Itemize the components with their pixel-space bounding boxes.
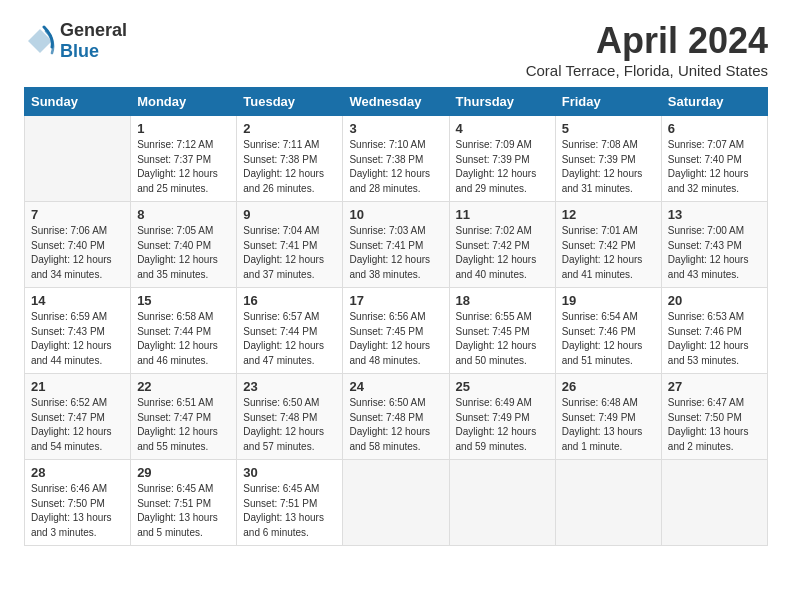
calendar: SundayMondayTuesdayWednesdayThursdayFrid… <box>24 87 768 546</box>
day-number: 11 <box>456 207 549 222</box>
day-number: 1 <box>137 121 230 136</box>
day-info: Sunrise: 6:48 AM Sunset: 7:49 PM Dayligh… <box>562 396 655 454</box>
calendar-cell: 28Sunrise: 6:46 AM Sunset: 7:50 PM Dayli… <box>25 460 131 546</box>
calendar-cell: 20Sunrise: 6:53 AM Sunset: 7:46 PM Dayli… <box>661 288 767 374</box>
day-number: 10 <box>349 207 442 222</box>
day-info: Sunrise: 6:55 AM Sunset: 7:45 PM Dayligh… <box>456 310 549 368</box>
calendar-cell: 23Sunrise: 6:50 AM Sunset: 7:48 PM Dayli… <box>237 374 343 460</box>
day-number: 25 <box>456 379 549 394</box>
calendar-cell: 18Sunrise: 6:55 AM Sunset: 7:45 PM Dayli… <box>449 288 555 374</box>
calendar-day-header-wednesday: Wednesday <box>343 88 449 116</box>
day-info: Sunrise: 6:52 AM Sunset: 7:47 PM Dayligh… <box>31 396 124 454</box>
day-number: 26 <box>562 379 655 394</box>
calendar-cell: 7Sunrise: 7:06 AM Sunset: 7:40 PM Daylig… <box>25 202 131 288</box>
calendar-cell: 13Sunrise: 7:00 AM Sunset: 7:43 PM Dayli… <box>661 202 767 288</box>
day-number: 23 <box>243 379 336 394</box>
calendar-cell <box>449 460 555 546</box>
calendar-cell: 25Sunrise: 6:49 AM Sunset: 7:49 PM Dayli… <box>449 374 555 460</box>
day-number: 16 <box>243 293 336 308</box>
calendar-cell: 29Sunrise: 6:45 AM Sunset: 7:51 PM Dayli… <box>131 460 237 546</box>
day-info: Sunrise: 6:56 AM Sunset: 7:45 PM Dayligh… <box>349 310 442 368</box>
day-info: Sunrise: 7:12 AM Sunset: 7:37 PM Dayligh… <box>137 138 230 196</box>
day-number: 17 <box>349 293 442 308</box>
header: General Blue April 2024 Coral Terrace, F… <box>24 20 768 79</box>
calendar-cell <box>25 116 131 202</box>
day-number: 22 <box>137 379 230 394</box>
calendar-cell: 26Sunrise: 6:48 AM Sunset: 7:49 PM Dayli… <box>555 374 661 460</box>
day-info: Sunrise: 7:10 AM Sunset: 7:38 PM Dayligh… <box>349 138 442 196</box>
calendar-week-row: 21Sunrise: 6:52 AM Sunset: 7:47 PM Dayli… <box>25 374 768 460</box>
calendar-week-row: 14Sunrise: 6:59 AM Sunset: 7:43 PM Dayli… <box>25 288 768 374</box>
calendar-cell: 27Sunrise: 6:47 AM Sunset: 7:50 PM Dayli… <box>661 374 767 460</box>
day-number: 15 <box>137 293 230 308</box>
day-info: Sunrise: 6:54 AM Sunset: 7:46 PM Dayligh… <box>562 310 655 368</box>
day-number: 14 <box>31 293 124 308</box>
logo-icon <box>24 25 56 57</box>
calendar-day-header-sunday: Sunday <box>25 88 131 116</box>
calendar-cell: 22Sunrise: 6:51 AM Sunset: 7:47 PM Dayli… <box>131 374 237 460</box>
day-info: Sunrise: 7:02 AM Sunset: 7:42 PM Dayligh… <box>456 224 549 282</box>
day-number: 5 <box>562 121 655 136</box>
day-info: Sunrise: 6:45 AM Sunset: 7:51 PM Dayligh… <box>137 482 230 540</box>
calendar-day-header-tuesday: Tuesday <box>237 88 343 116</box>
day-info: Sunrise: 6:53 AM Sunset: 7:46 PM Dayligh… <box>668 310 761 368</box>
day-number: 24 <box>349 379 442 394</box>
day-info: Sunrise: 6:50 AM Sunset: 7:48 PM Dayligh… <box>243 396 336 454</box>
day-info: Sunrise: 6:57 AM Sunset: 7:44 PM Dayligh… <box>243 310 336 368</box>
day-info: Sunrise: 6:46 AM Sunset: 7:50 PM Dayligh… <box>31 482 124 540</box>
day-info: Sunrise: 7:00 AM Sunset: 7:43 PM Dayligh… <box>668 224 761 282</box>
day-info: Sunrise: 6:50 AM Sunset: 7:48 PM Dayligh… <box>349 396 442 454</box>
calendar-cell: 1Sunrise: 7:12 AM Sunset: 7:37 PM Daylig… <box>131 116 237 202</box>
logo-general: General <box>60 20 127 40</box>
logo: General Blue <box>24 20 127 62</box>
calendar-day-header-friday: Friday <box>555 88 661 116</box>
day-number: 7 <box>31 207 124 222</box>
calendar-cell <box>343 460 449 546</box>
day-number: 6 <box>668 121 761 136</box>
calendar-week-row: 1Sunrise: 7:12 AM Sunset: 7:37 PM Daylig… <box>25 116 768 202</box>
calendar-cell <box>555 460 661 546</box>
calendar-cell: 11Sunrise: 7:02 AM Sunset: 7:42 PM Dayli… <box>449 202 555 288</box>
title-area: April 2024 Coral Terrace, Florida, Unite… <box>526 20 768 79</box>
day-info: Sunrise: 7:09 AM Sunset: 7:39 PM Dayligh… <box>456 138 549 196</box>
day-number: 27 <box>668 379 761 394</box>
calendar-day-header-saturday: Saturday <box>661 88 767 116</box>
subtitle: Coral Terrace, Florida, United States <box>526 62 768 79</box>
calendar-cell: 8Sunrise: 7:05 AM Sunset: 7:40 PM Daylig… <box>131 202 237 288</box>
logo-text: General Blue <box>60 20 127 62</box>
day-info: Sunrise: 7:08 AM Sunset: 7:39 PM Dayligh… <box>562 138 655 196</box>
calendar-cell: 10Sunrise: 7:03 AM Sunset: 7:41 PM Dayli… <box>343 202 449 288</box>
day-info: Sunrise: 7:07 AM Sunset: 7:40 PM Dayligh… <box>668 138 761 196</box>
calendar-cell: 24Sunrise: 6:50 AM Sunset: 7:48 PM Dayli… <box>343 374 449 460</box>
calendar-cell: 30Sunrise: 6:45 AM Sunset: 7:51 PM Dayli… <box>237 460 343 546</box>
day-info: Sunrise: 7:03 AM Sunset: 7:41 PM Dayligh… <box>349 224 442 282</box>
calendar-cell: 21Sunrise: 6:52 AM Sunset: 7:47 PM Dayli… <box>25 374 131 460</box>
day-number: 28 <box>31 465 124 480</box>
day-info: Sunrise: 7:06 AM Sunset: 7:40 PM Dayligh… <box>31 224 124 282</box>
calendar-header-row: SundayMondayTuesdayWednesdayThursdayFrid… <box>25 88 768 116</box>
calendar-cell <box>661 460 767 546</box>
day-info: Sunrise: 7:04 AM Sunset: 7:41 PM Dayligh… <box>243 224 336 282</box>
logo-blue: Blue <box>60 41 99 61</box>
day-number: 12 <box>562 207 655 222</box>
calendar-cell: 3Sunrise: 7:10 AM Sunset: 7:38 PM Daylig… <box>343 116 449 202</box>
day-number: 9 <box>243 207 336 222</box>
day-number: 30 <box>243 465 336 480</box>
day-number: 18 <box>456 293 549 308</box>
calendar-day-header-monday: Monday <box>131 88 237 116</box>
calendar-cell: 15Sunrise: 6:58 AM Sunset: 7:44 PM Dayli… <box>131 288 237 374</box>
calendar-cell: 9Sunrise: 7:04 AM Sunset: 7:41 PM Daylig… <box>237 202 343 288</box>
day-number: 29 <box>137 465 230 480</box>
day-number: 3 <box>349 121 442 136</box>
calendar-cell: 2Sunrise: 7:11 AM Sunset: 7:38 PM Daylig… <box>237 116 343 202</box>
day-info: Sunrise: 6:45 AM Sunset: 7:51 PM Dayligh… <box>243 482 336 540</box>
main-title: April 2024 <box>526 20 768 62</box>
calendar-cell: 12Sunrise: 7:01 AM Sunset: 7:42 PM Dayli… <box>555 202 661 288</box>
day-info: Sunrise: 7:11 AM Sunset: 7:38 PM Dayligh… <box>243 138 336 196</box>
day-number: 13 <box>668 207 761 222</box>
calendar-cell: 5Sunrise: 7:08 AM Sunset: 7:39 PM Daylig… <box>555 116 661 202</box>
day-number: 8 <box>137 207 230 222</box>
day-number: 2 <box>243 121 336 136</box>
calendar-week-row: 28Sunrise: 6:46 AM Sunset: 7:50 PM Dayli… <box>25 460 768 546</box>
calendar-cell: 6Sunrise: 7:07 AM Sunset: 7:40 PM Daylig… <box>661 116 767 202</box>
